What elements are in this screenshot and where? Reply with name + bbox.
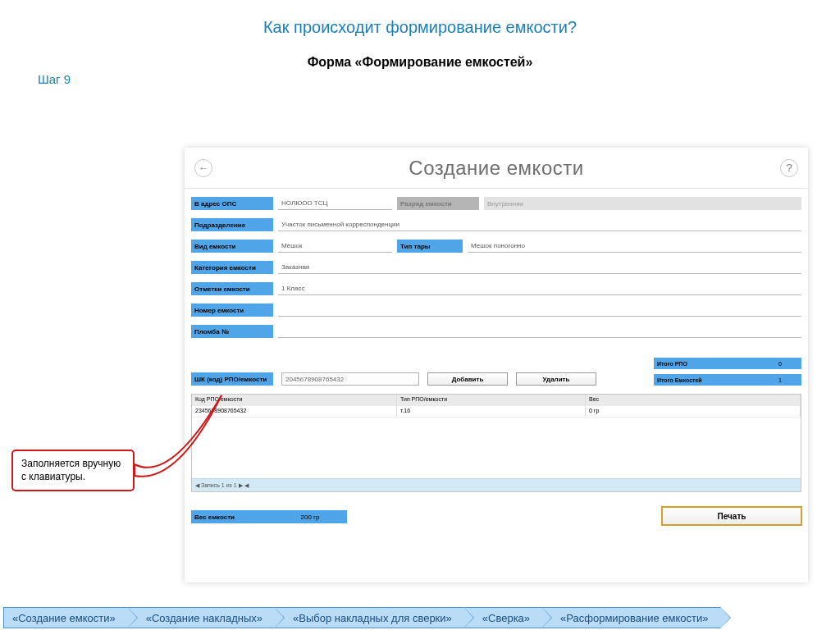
row-address: В адрес ОПС НОЛЮОО ТСЦ Разряд емкости Вн… (191, 197, 801, 210)
callout-annotation: Заполняется вручную с клавиатуры. (11, 450, 135, 491)
page-title: Как происходит формирование емкости? (0, 0, 840, 37)
cell-code: 2345678908765432 (192, 406, 397, 417)
dept-label: Подразделение (191, 218, 273, 231)
grid-col-type[interactable]: Тип РПО/емкости (397, 395, 586, 406)
weight-value: 200 гр (273, 510, 347, 523)
row-number: Номер емкости (191, 304, 801, 317)
totals-containers-label: Итого Емкостей (654, 374, 759, 386)
row-seal: Пломба № (191, 325, 801, 338)
category-label: Категория емкости (191, 261, 273, 274)
callout-tail (125, 448, 240, 505)
table-row[interactable]: 2345678908765432 т.16 0 гр (192, 406, 801, 418)
totals-rpo-label: Итого РПО (654, 358, 759, 369)
crumb-create-container[interactable]: «Создание емкости» (3, 607, 128, 628)
weight-label: Вес емкости (191, 510, 273, 523)
barcode-label: ШК (код) РПО/емкости (191, 372, 273, 386)
row-kind: Вид емкости Мешок Тип тары Мешок поногон… (191, 240, 801, 253)
seal-value[interactable] (278, 325, 801, 338)
rank-label: Разряд емкости (397, 197, 479, 210)
data-grid: Код РПО/емкости Тип РПО/емкости Вес 2345… (191, 394, 801, 492)
marks-value[interactable]: 1 Класс (278, 282, 801, 295)
dept-value[interactable]: Участок письменной корреспонденции (278, 218, 801, 231)
totals-containers: Итого Емкостей 1 (654, 374, 801, 386)
row-dept: Подразделение Участок письменной корресп… (191, 218, 801, 231)
totals-rpo: Итого РПО 0 (654, 358, 801, 369)
grid-col-code[interactable]: Код РПО/емкости (192, 395, 397, 406)
rank-value: Внутренняя (484, 197, 801, 210)
barcode-row: ШК (код) РПО/емкости 2045678908765432 До… (191, 372, 626, 386)
crumb-create-waybills[interactable]: «Создание накладных» (127, 607, 275, 628)
grid-col-weight[interactable]: Вес (586, 395, 801, 406)
crumb-select-waybills[interactable]: «Выбор накладных для сверки» (274, 607, 464, 628)
cell-type: т.16 (397, 406, 586, 417)
number-value[interactable] (278, 304, 801, 317)
breadcrumb: «Создание емкости» «Создание накладных» … (3, 607, 837, 628)
crumb-reconcile[interactable]: «Сверка» (463, 607, 542, 628)
cell-weight: 0 гр (586, 406, 801, 417)
help-icon[interactable]: ? (780, 159, 798, 177)
number-label: Номер емкости (191, 304, 273, 317)
category-value[interactable]: Заказная (278, 261, 801, 274)
app-title: Создание емкости (212, 157, 780, 180)
app-header: ← Создание емкости ? (185, 148, 808, 189)
back-icon[interactable]: ← (194, 159, 212, 177)
app-window: ← Создание емкости ? В адрес ОПС НОЛЮОО … (185, 148, 808, 582)
totals-rpo-value: 0 (759, 358, 801, 369)
print-button[interactable]: Печать (662, 507, 801, 525)
kind-value[interactable]: Мешок (278, 240, 392, 253)
form-area: В адрес ОПС НОЛЮОО ТСЦ Разряд емкости Вн… (185, 189, 808, 351)
seal-label: Пломба № (191, 325, 273, 338)
totals-containers-value: 1 (759, 374, 801, 386)
delete-button[interactable]: Удалить (516, 372, 596, 386)
add-button[interactable]: Добавить (427, 372, 508, 386)
tare-value[interactable]: Мешок поногонно (468, 240, 801, 253)
address-label: В адрес ОПС (191, 197, 273, 210)
weight-row: Вес емкости 200 гр (191, 510, 347, 523)
row-marks: Отметки емкости 1 Класс (191, 282, 801, 295)
address-value[interactable]: НОЛЮОО ТСЦ (278, 197, 392, 210)
crumb-disband[interactable]: «Расформирование емкости» (541, 607, 720, 628)
barcode-input[interactable]: 2045678908765432 (281, 372, 419, 386)
grid-footer-nav[interactable]: ◀ Запись 1 из 1 ▶ ◀ (192, 478, 801, 491)
page-subtitle: Форма «Формирование емкостей» (0, 55, 840, 70)
kind-label: Вид емкости (191, 240, 273, 253)
marks-label: Отметки емкости (191, 282, 273, 295)
step-label: Шаг 9 (38, 72, 71, 86)
tare-label: Тип тары (397, 240, 463, 253)
row-category: Категория емкости Заказная (191, 261, 801, 274)
grid-header: Код РПО/емкости Тип РПО/емкости Вес (192, 395, 801, 406)
totals-block: Итого РПО 0 Итого Емкостей 1 (654, 358, 801, 390)
